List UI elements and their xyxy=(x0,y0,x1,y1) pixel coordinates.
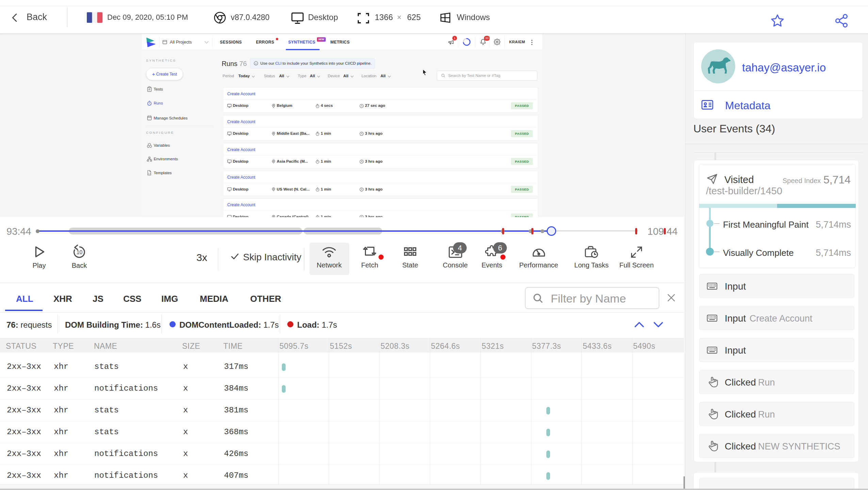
svg-text:10: 10 xyxy=(77,249,83,255)
